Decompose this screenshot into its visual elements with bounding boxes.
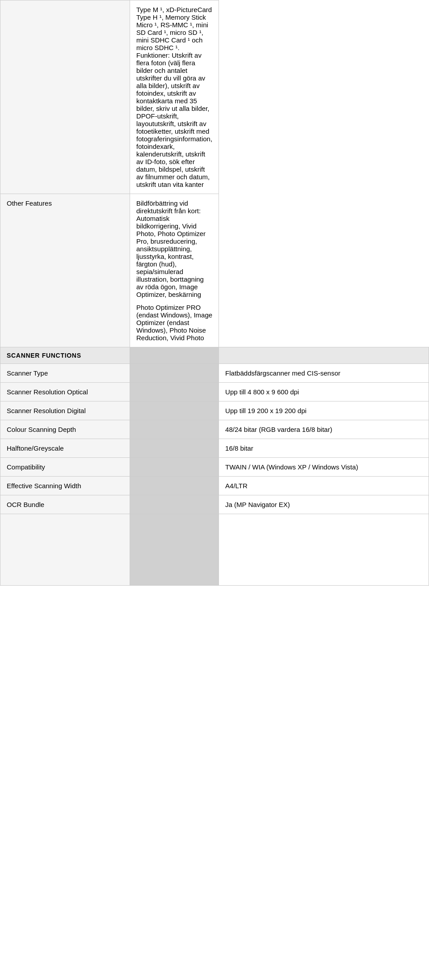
scanner-row-divider-0 <box>130 364 219 383</box>
scanner-row-label-3: Colour Scanning Depth <box>0 420 130 439</box>
other-features-text-1: Bildförbättring vid direktutskrift från … <box>136 199 212 298</box>
scanner-row-value-4: 16/8 bitar <box>219 439 429 458</box>
empty-bottom-label <box>0 514 130 586</box>
scanner-row-label-4: Halftone/Greyscale <box>0 439 130 458</box>
scanner-row-label-1: Scanner Resolution Optical <box>0 383 130 401</box>
scanner-row-5: CompatibilityTWAIN / WIA (Windows XP / W… <box>0 458 429 477</box>
scanner-functions-header-divider <box>130 347 219 364</box>
page-wrapper: Type M ¹, xD-PictureCard Type H ¹, Memor… <box>0 0 429 586</box>
scanner-row-divider-1 <box>130 383 219 401</box>
scanner-row-value-2: Upp till 19 200 x 19 200 dpi <box>219 401 429 420</box>
empty-bottom-value <box>219 514 429 586</box>
scanner-row-label-0: Scanner Type <box>0 364 130 383</box>
scanner-row-value-6: A4/LTR <box>219 477 429 495</box>
scanner-row-label-2: Scanner Resolution Digital <box>0 401 130 420</box>
scanner-row-value-7: Ja (MP Navigator EX) <box>219 495 429 514</box>
scanner-row-7: OCR BundleJa (MP Navigator EX) <box>0 495 429 514</box>
scanner-row-value-3: 48/24 bitar (RGB vardera 16/8 bitar) <box>219 420 429 439</box>
scanner-row-divider-4 <box>130 439 219 458</box>
scanner-row-0: Scanner TypeFlatbäddsfärgscanner med CIS… <box>0 364 429 383</box>
other-features-row: Other Features Bildförbättring vid direk… <box>0 194 429 347</box>
other-features-label: Other Features <box>0 194 130 347</box>
spec-table: Type M ¹, xD-PictureCard Type H ¹, Memor… <box>0 0 429 586</box>
scanner-functions-header-label: SCANNER FUNCTIONS <box>0 347 130 364</box>
empty-bottom-divider <box>130 514 219 586</box>
empty-bottom-row <box>0 514 429 586</box>
scanner-row-4: Halftone/Greyscale16/8 bitar <box>0 439 429 458</box>
scanner-row-divider-2 <box>130 401 219 420</box>
scanner-functions-header-empty <box>219 347 429 364</box>
scanner-row-2: Scanner Resolution DigitalUpp till 19 20… <box>0 401 429 420</box>
scanner-row-label-7: OCR Bundle <box>0 495 130 514</box>
scanner-row-divider-3 <box>130 420 219 439</box>
card-types-value: Type M ¹, xD-PictureCard Type H ¹, Memor… <box>130 0 219 194</box>
scanner-row-label-5: Compatibility <box>0 458 130 477</box>
scanner-row-3: Colour Scanning Depth48/24 bitar (RGB va… <box>0 420 429 439</box>
card-types-row: Type M ¹, xD-PictureCard Type H ¹, Memor… <box>0 0 429 194</box>
scanner-row-divider-7 <box>130 495 219 514</box>
scanner-row-value-5: TWAIN / WIA (Windows XP / Windows Vista) <box>219 458 429 477</box>
scanner-row-divider-5 <box>130 458 219 477</box>
scanner-row-label-6: Effective Scanning Width <box>0 477 130 495</box>
scanner-row-value-0: Flatbäddsfärgscanner med CIS-sensor <box>219 364 429 383</box>
scanner-row-divider-6 <box>130 477 219 495</box>
card-types-label <box>0 0 130 194</box>
other-features-value: Bildförbättring vid direktutskrift från … <box>130 194 219 347</box>
scanner-row-6: Effective Scanning WidthA4/LTR <box>0 477 429 495</box>
scanner-row-1: Scanner Resolution OpticalUpp till 4 800… <box>0 383 429 401</box>
scanner-functions-header-row: SCANNER FUNCTIONS <box>0 347 429 364</box>
scanner-row-value-1: Upp till 4 800 x 9 600 dpi <box>219 383 429 401</box>
other-features-text-2: Photo Optimizer PRO (endast Windows), Im… <box>136 304 212 342</box>
